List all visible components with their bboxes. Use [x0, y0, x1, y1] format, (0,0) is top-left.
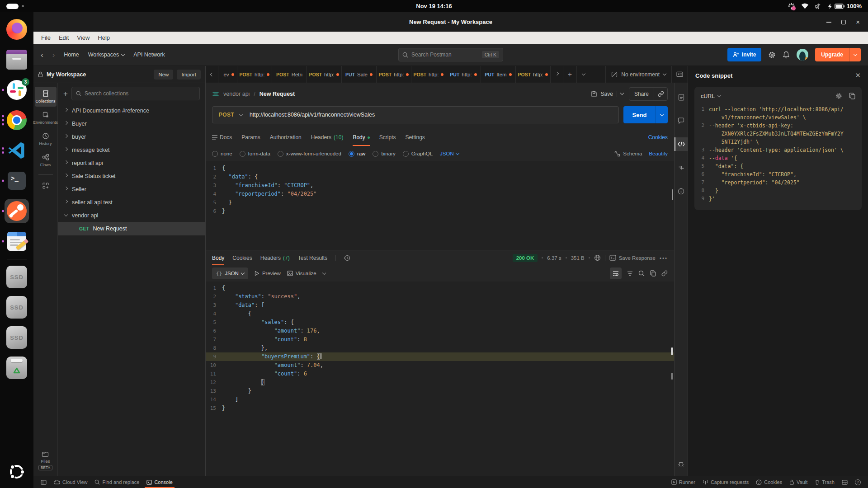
status-badge[interactable]: 200 OK [513, 254, 538, 262]
window-titlebar[interactable]: New Request - My Workspace × [33, 12, 868, 32]
dock-notes[interactable] [0, 229, 33, 254]
dock-slack[interactable]: 3 [0, 77, 33, 103]
new-tab-button[interactable]: + [563, 66, 577, 83]
search-input[interactable]: Search Postman Ctrl K [398, 48, 503, 61]
settings-gear-icon[interactable] [768, 51, 776, 59]
dock-drive-ssd-1[interactable]: SSD [0, 264, 33, 290]
back-button[interactable]: ‹ [41, 51, 43, 59]
code-line[interactable]: ZXN0YXRlc2FsZXMub3JnLTQ4MTEwZGEzYmFmY2Y [701, 130, 855, 138]
request-tab-item[interactable]: Settings [405, 129, 425, 146]
response-history-icon[interactable] [344, 255, 350, 261]
upgrade-button[interactable]: Upgrade [815, 48, 861, 61]
breadcrumb-request-name[interactable]: New Request [259, 91, 295, 97]
body-type-radio[interactable]: x-www-form-urlencoded [278, 151, 341, 157]
request-tab[interactable]: POST http: [237, 66, 272, 83]
response-tab-item[interactable]: Body [212, 250, 224, 265]
dock-terminal[interactable]: >_ [0, 168, 33, 193]
code-line[interactable]: 4--data '{ [701, 154, 855, 162]
code-line[interactable]: 3 "data": [ [206, 301, 674, 310]
console-button[interactable]: Console [143, 476, 176, 488]
visualize-button[interactable]: Visualize [287, 271, 316, 276]
code-line[interactable]: 2 "data": { [206, 173, 674, 181]
code-line[interactable]: 7 "count": 8 [206, 335, 674, 344]
response-format-selector[interactable]: {} JSON [212, 267, 248, 279]
panel-layout-icon[interactable] [838, 476, 851, 488]
request-tab-item[interactable]: Params [241, 129, 260, 146]
forward-button[interactable]: › [52, 51, 55, 59]
snippet-settings-icon[interactable] [835, 93, 842, 99]
documentation-icon[interactable] [675, 90, 688, 104]
snippet-copy-icon[interactable] [849, 93, 855, 99]
sidebar-item-history[interactable]: History [35, 129, 57, 149]
send-button[interactable]: Send [623, 106, 668, 123]
code-line[interactable]: 6 "franchiseId": "CTCROP", [701, 170, 855, 178]
menu-item[interactable]: Help [94, 34, 114, 41]
nav-api-network[interactable]: API Network [133, 52, 165, 58]
code-line[interactable]: 1{ [206, 164, 674, 173]
cookies-button[interactable]: Cookies [752, 476, 786, 488]
dock-vscode[interactable] [0, 138, 33, 163]
response-body-editor[interactable]: 1{2 "status": "success",3 "data": [4 {5 … [206, 282, 674, 476]
response-size[interactable]: 351 B [571, 255, 585, 261]
body-type-radio[interactable]: none [212, 151, 232, 157]
notifications-bell-icon[interactable] [783, 51, 790, 59]
collection-row[interactable]: Sale Status ticket [58, 169, 205, 183]
request-tab[interactable]: PUT Sale [342, 66, 377, 83]
find-replace-button[interactable]: Find and replace [91, 476, 143, 488]
maximize-button[interactable] [841, 20, 846, 24]
code-line[interactable]: 1curl --location 'http://localhost:8086/… [701, 105, 855, 113]
sidebar-toggle-icon[interactable] [37, 476, 50, 488]
body-type-radio[interactable]: form-data [240, 151, 270, 157]
comments-icon[interactable] [675, 114, 688, 127]
menu-item[interactable]: File [37, 34, 55, 41]
code-line[interactable]: 1{ [206, 284, 674, 292]
nav-workspaces[interactable]: Workspaces [88, 52, 125, 58]
save-response-button[interactable]: Save Response [609, 255, 656, 261]
dock-trash[interactable] [0, 355, 33, 380]
avatar[interactable] [797, 49, 808, 61]
code-line[interactable]: 10 "amount": 7.04, [206, 361, 674, 370]
dock-files[interactable] [0, 47, 33, 72]
save-button[interactable]: Save [591, 91, 623, 97]
info-icon[interactable] [675, 184, 688, 198]
code-line[interactable]: 11 "count": 6 [206, 370, 674, 378]
request-tab[interactable]: POST Retri [272, 66, 307, 83]
minimize-button[interactable] [826, 22, 831, 23]
more-actions-icon[interactable]: ••• [660, 255, 668, 261]
request-tab[interactable]: POST http: [307, 66, 342, 83]
breadcrumb-collection[interactable]: vendor api [223, 91, 250, 97]
code-line[interactable]: 3 "franchiseId": "CTCROP", [206, 181, 674, 190]
sidebar-item-environments[interactable]: Environments [35, 108, 57, 128]
dock-drive-ssd-3[interactable]: SSD [0, 325, 33, 350]
search-response-icon[interactable] [638, 270, 645, 277]
code-line[interactable]: 5 } [206, 198, 674, 207]
invite-button[interactable]: Invite [727, 48, 761, 61]
tabs-scroll-right[interactable] [551, 66, 563, 83]
body-type-radio[interactable]: GraphQL [403, 151, 433, 157]
related-requests-icon[interactable] [675, 161, 688, 174]
scrollbar-thumb[interactable] [672, 189, 673, 200]
response-time[interactable]: 6.37 s [547, 255, 561, 261]
code-line[interactable]: 8 } [701, 187, 855, 195]
tracker-indicator-icon[interactable] [788, 3, 795, 10]
request-tab[interactable]: PUT http: [446, 66, 481, 83]
sidebar-item-files[interactable]: Files BETA [38, 451, 53, 470]
close-panel-icon[interactable]: ✕ [855, 71, 861, 80]
code-line[interactable]: 5 "data": { [701, 162, 855, 170]
code-line[interactable]: 7 "reportperiod": "04/2025" [701, 178, 855, 187]
workspace-name[interactable]: My Workspace [47, 71, 86, 78]
share-button[interactable]: Share [629, 91, 654, 97]
request-tab-item[interactable]: Docs [212, 129, 232, 146]
code-line[interactable]: 4 "reportperiod": "04/2025" [206, 190, 674, 198]
collection-row[interactable]: Seller [58, 183, 205, 196]
dock-firefox[interactable] [0, 17, 33, 42]
response-tab-item[interactable]: Test Results [298, 250, 327, 265]
system-clock[interactable]: Nov 19 14:16 [416, 3, 452, 9]
environment-selector[interactable]: No environment [605, 66, 671, 83]
activities-indicator[interactable] [6, 4, 19, 9]
sidebar-item-collections[interactable]: Collections [35, 87, 57, 107]
body-type-radio[interactable]: raw [349, 151, 366, 157]
network-globe-icon[interactable] [594, 254, 601, 261]
code-line[interactable]: 13 } [206, 387, 674, 395]
upgrade-dropdown[interactable] [849, 48, 861, 61]
